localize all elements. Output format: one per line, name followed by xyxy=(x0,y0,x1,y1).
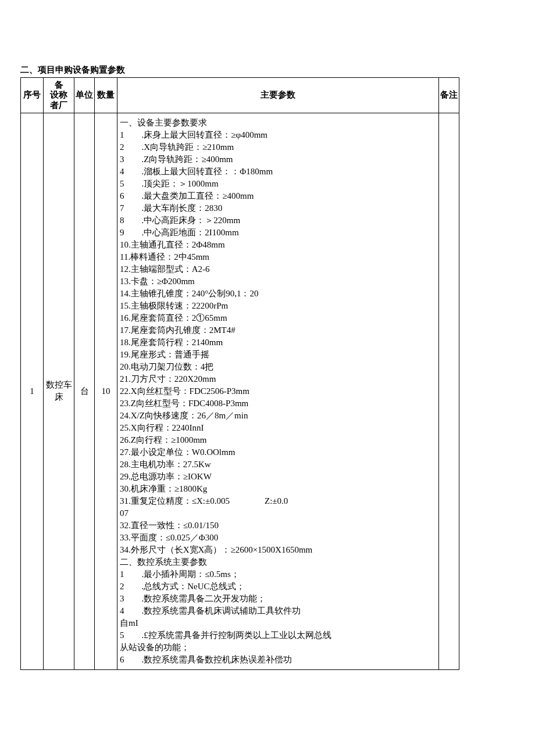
spec-line: 11.棒料通径：2中45mm xyxy=(120,251,436,263)
spec-line: 2 .X向导轨跨距：≥210mm xyxy=(120,141,436,153)
spec-line: 19.尾座形式：普通手摇 xyxy=(120,349,436,361)
spec-line: 33.平面度：≤0.025／Φ300 xyxy=(120,532,436,544)
spec-line: 27.最小设定单位：W0.OOlmm xyxy=(120,446,436,458)
spec-line: 07 xyxy=(120,507,436,519)
header-name: 备 设称 者厂 xyxy=(44,78,74,113)
spec-line: 26.Z向行程：≥1000mm xyxy=(120,434,436,446)
spec-line: 25.X向行程：2240InnI xyxy=(120,422,436,434)
spec-line: 3 .数控系统需具备二次开发功能； xyxy=(120,593,436,605)
header-name-line3: 者厂 xyxy=(50,101,67,110)
spec-line: 18.尾座套筒行程：2140mm xyxy=(120,336,436,349)
spec-line: 20.电动刀架刀位数：4把 xyxy=(120,361,436,373)
spec-line: 17.尾座套筒内孔锥度：2MT4# xyxy=(120,324,436,336)
spec-line: 30.机床净重：≥1800Kg xyxy=(120,483,436,495)
table-header-row: 序号 备 设称 者厂 单位 数量 主要参数 备注 xyxy=(21,78,459,113)
header-index: 序号 xyxy=(21,78,44,113)
spec-line: 自mI xyxy=(120,617,436,629)
spec-line: 4 .数控系统需具备机床调试辅助工具软件功 xyxy=(120,605,436,617)
spec-line: 二、数控系统主要参数 xyxy=(120,556,436,568)
spec-line: 2 .总线方式：NeUC总线式； xyxy=(120,581,436,593)
header-note: 备注 xyxy=(439,78,459,113)
spec-line: 16.尾座套筒直径：2①65mm xyxy=(120,312,436,324)
spec-line: 34.外形尺寸（长X宽X高）：≥2600×1500X1650mm xyxy=(120,544,436,556)
header-name-line1: 备 xyxy=(55,80,63,90)
spec-line: 7 .最大车削长度：2830 xyxy=(120,202,436,214)
spec-line: 31.重复定位精度：≤X:±0.005 Z:±0.0 xyxy=(120,495,436,507)
spec-line: 13.卡盘：≥Φ200mm xyxy=(120,275,436,288)
cell-index: 1 xyxy=(21,113,44,669)
spec-line: 6 .最大盘类加工直径：≥400mm xyxy=(120,190,436,202)
spec-line: 32.直径一致性：≤0.01/150 xyxy=(120,519,436,532)
spec-line: 6 .数控系统需具备数控机床热误差补偿功 xyxy=(120,654,436,666)
spec-line: 5 .£控系统需具备并行控制两类以上工业以太网总线 xyxy=(120,629,436,642)
table-row: 1 数控车床 台 10 一、设备主要参数要求1 .床身上最大回转直径：≥φ400… xyxy=(21,113,459,669)
header-unit: 单位 xyxy=(74,78,95,113)
spec-line: 14.主轴锥孔锥度：240°公制90,1：20 xyxy=(120,288,436,300)
header-spec: 主要参数 xyxy=(117,78,439,113)
equipment-table: 序号 备 设称 者厂 单位 数量 主要参数 备注 1 数控车床 xyxy=(20,77,459,670)
cell-name: 数控车床 xyxy=(44,113,74,669)
section-title: 二、项目申购设备购置参数 xyxy=(20,64,459,76)
spec-line: 5 .顶尖距：＞1000mm xyxy=(120,178,436,190)
spec-line: 15.主轴极限转速：22200rPm xyxy=(120,300,436,312)
spec-line: 1 .最小插补周期：≤0.5ms； xyxy=(120,568,436,581)
cell-note xyxy=(439,113,459,669)
spec-line: 21.刀方尺寸：220X20mm xyxy=(120,373,436,385)
cell-unit: 台 xyxy=(74,113,95,669)
spec-line: 1 .床身上最大回转直径：≥φ400mm xyxy=(120,129,436,141)
spec-line: 3 .Z向导轨跨距：≥400mm xyxy=(120,153,436,166)
spec-line: 9 .中心高距地面：2I100mm xyxy=(120,227,436,239)
header-qty: 数量 xyxy=(95,78,117,113)
spec-line: 23.Z向丝杠型号：FDC4008-P3mm xyxy=(120,397,436,410)
spec-line: 4 .溜板上最大回转直径：：Φ180mm xyxy=(120,166,436,178)
cell-spec: 一、设备主要参数要求1 .床身上最大回转直径：≥φ400mm2 .X向导轨跨距：… xyxy=(117,113,439,669)
spec-line: 29.总电源功率：≥IOKW xyxy=(120,471,436,483)
spec-line: 10.主轴通孔直径：2Φ48mm xyxy=(120,239,436,251)
spec-line: 8 .中心高距床身：＞220mm xyxy=(120,214,436,227)
spec-line: 28.主电机功率：27.5Kw xyxy=(120,458,436,471)
header-name-line2: 设称 xyxy=(50,90,67,100)
spec-line: 一、设备主要参数要求 xyxy=(120,117,436,129)
cell-qty: 10 xyxy=(95,113,117,669)
spec-line: 24.X/Z向快移速度：26／8m／min xyxy=(120,410,436,422)
spec-line: 12.主轴端部型式：A2-6 xyxy=(120,263,436,275)
spec-line: 22.X向丝杠型号：FDC2506-P3mm xyxy=(120,385,436,397)
spec-line: 从站设备的功能； xyxy=(120,642,436,654)
